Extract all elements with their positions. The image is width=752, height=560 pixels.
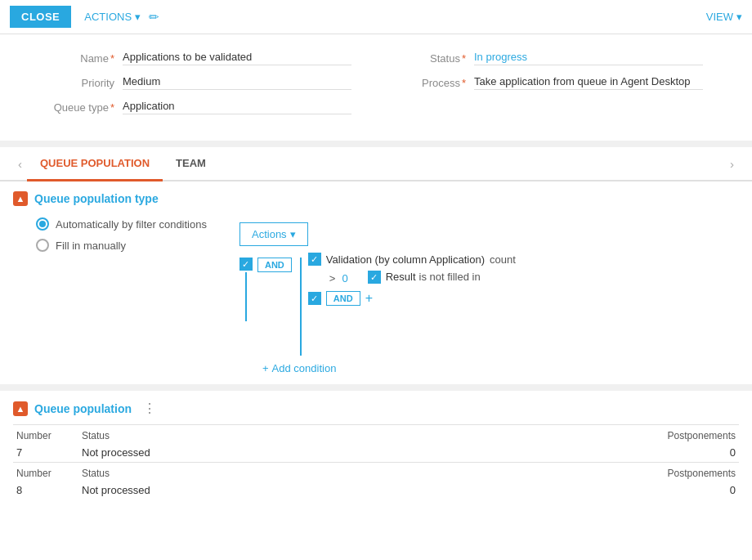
form-section: Name* Applications to be validated Statu… bbox=[0, 34, 752, 147]
form-row-priority: Priority Medium Process* Take applicatio… bbox=[49, 75, 703, 90]
queue-type-value: Application bbox=[123, 100, 351, 114]
tab-queue-population[interactable]: QUEUE POPULATION bbox=[27, 147, 163, 181]
chevron-down-icon-view: ▾ bbox=[736, 11, 742, 23]
radio-manual-btn[interactable] bbox=[36, 239, 49, 252]
tab-team[interactable]: TEAM bbox=[163, 147, 219, 181]
cond1-label: Validation (by column Application) bbox=[326, 253, 485, 266]
col-header-status-2: Status bbox=[82, 464, 654, 482]
cond1-checkmark: ✓ bbox=[311, 254, 318, 265]
col-header-number-2: Number bbox=[16, 464, 75, 482]
radio-manual-label: Fill in manually bbox=[56, 240, 126, 252]
filter-actions-label: Actions bbox=[252, 228, 287, 240]
col-header-number-1: Number bbox=[16, 427, 75, 445]
status-label: Status* bbox=[401, 52, 474, 65]
inner-checkmark2: ✓ bbox=[311, 293, 318, 304]
queue-population-section: ▲ Queue population ⋮ Number 7 Status Not… bbox=[0, 384, 752, 509]
process-group: Process* Take application from queue in … bbox=[401, 75, 703, 90]
add-condition-btn[interactable]: + Add condition bbox=[262, 362, 566, 374]
process-value: Take application from queue in Agent Des… bbox=[474, 75, 703, 90]
form-row-queue-type: Queue type* Application bbox=[49, 100, 703, 114]
chevron-down-icon: ▾ bbox=[135, 11, 141, 23]
tab-arrow-right[interactable]: › bbox=[725, 149, 739, 179]
radio-auto-btn[interactable] bbox=[36, 217, 49, 231]
radio-manual: Fill in manually bbox=[36, 239, 207, 252]
inner-checkmark: ✓ bbox=[370, 272, 378, 283]
col-value-postponements-1: 0 bbox=[660, 445, 736, 460]
inner-and-checkbox[interactable]: ✓ bbox=[368, 271, 381, 284]
process-label: Process* bbox=[401, 77, 474, 89]
view-button[interactable]: VIEW ▾ bbox=[706, 11, 742, 23]
col-value-postponements-2: 0 bbox=[660, 482, 736, 498]
actions-label: ACTIONS bbox=[84, 11, 132, 23]
section-header: ▲ Queue population type bbox=[13, 191, 739, 206]
form-row-name: Name* Applications to be validated Statu… bbox=[49, 51, 703, 65]
inner-and-row: ✓ AND + bbox=[308, 291, 516, 306]
radio-auto: Automatically by filter conditions bbox=[36, 217, 207, 231]
section-collapse-icon[interactable]: ▲ bbox=[13, 191, 28, 206]
table-row: Number 7 Status Not processed Postponeme… bbox=[13, 425, 739, 463]
plus-icon[interactable]: + bbox=[365, 291, 373, 306]
queue-dots-menu[interactable]: ⋮ bbox=[143, 401, 156, 416]
filter-actions-chevron: ▾ bbox=[290, 228, 296, 240]
col-header-postponements-1: Postponements bbox=[660, 427, 736, 445]
queue-table: Number 7 Status Not processed Postponeme… bbox=[13, 424, 739, 500]
cond1-count-label: count bbox=[490, 253, 516, 266]
col-value-number-2: 8 bbox=[16, 482, 75, 498]
col-value-status-1: Not processed bbox=[82, 445, 654, 460]
radio-auto-label: Automatically by filter conditions bbox=[56, 218, 207, 231]
inner-and-label2[interactable]: AND bbox=[326, 291, 360, 306]
col-header-status-1: Status bbox=[82, 427, 654, 445]
cond1-operator: > bbox=[329, 272, 336, 284]
tab-arrow-left[interactable]: ‹ bbox=[13, 149, 27, 179]
pencil-icon[interactable]: ✏ bbox=[149, 10, 159, 25]
inner-and-checkbox2[interactable]: ✓ bbox=[308, 292, 321, 305]
queue-section-title: Queue population bbox=[34, 402, 132, 415]
name-value: Applications to be validated bbox=[123, 51, 351, 65]
cond1-value: 0 bbox=[342, 272, 347, 284]
condition-1-row: ✓ Validation (by column Application) cou… bbox=[308, 253, 516, 266]
section-title: Queue population type bbox=[34, 192, 159, 205]
queue-section-header: ▲ Queue population ⋮ bbox=[13, 401, 739, 416]
filter-actions-button[interactable]: Actions ▾ bbox=[239, 222, 308, 246]
radio-group: Automatically by filter conditions Fill … bbox=[36, 217, 207, 260]
queue-section-icon[interactable]: ▲ bbox=[13, 401, 28, 416]
col-value-status-2: Not processed bbox=[82, 482, 654, 498]
queue-type-label: Queue type* bbox=[49, 101, 123, 114]
table-row: Number 8 Status Not processed Postponeme… bbox=[13, 463, 739, 500]
name-label: Name* bbox=[49, 52, 123, 65]
cond1-checkbox[interactable]: ✓ bbox=[308, 253, 321, 266]
outer-and-label[interactable]: AND bbox=[257, 258, 292, 272]
checkmark-icon: ✓ bbox=[242, 259, 249, 270]
queue-population-type-section: ▲ Queue population type Automatically by… bbox=[0, 181, 752, 384]
close-button[interactable]: CLOSE bbox=[10, 6, 71, 28]
outer-and-checkbox[interactable]: ✓ bbox=[239, 258, 253, 271]
cond2-status: is not filled in bbox=[419, 271, 481, 283]
priority-label: Priority bbox=[49, 77, 123, 89]
add-condition-plus: + bbox=[262, 362, 269, 374]
tabs-bar: ‹ QUEUE POPULATION TEAM › bbox=[0, 147, 752, 181]
col-value-number-1: 7 bbox=[16, 445, 75, 460]
add-condition-label: Add condition bbox=[272, 362, 337, 374]
actions-button[interactable]: ACTIONS ▾ bbox=[84, 11, 141, 23]
condition-1-value-row: > 0 ✓ ✓ bbox=[326, 271, 516, 286]
status-value: In progress bbox=[474, 51, 703, 65]
priority-value: Medium bbox=[123, 75, 351, 90]
cond2-label: Result bbox=[386, 271, 416, 283]
view-label: VIEW bbox=[706, 11, 733, 23]
col-header-postponements-2: Postponements bbox=[660, 464, 736, 482]
topbar: CLOSE ACTIONS ▾ ✏ VIEW ▾ bbox=[0, 0, 752, 34]
status-group: Status* In progress bbox=[401, 51, 703, 65]
